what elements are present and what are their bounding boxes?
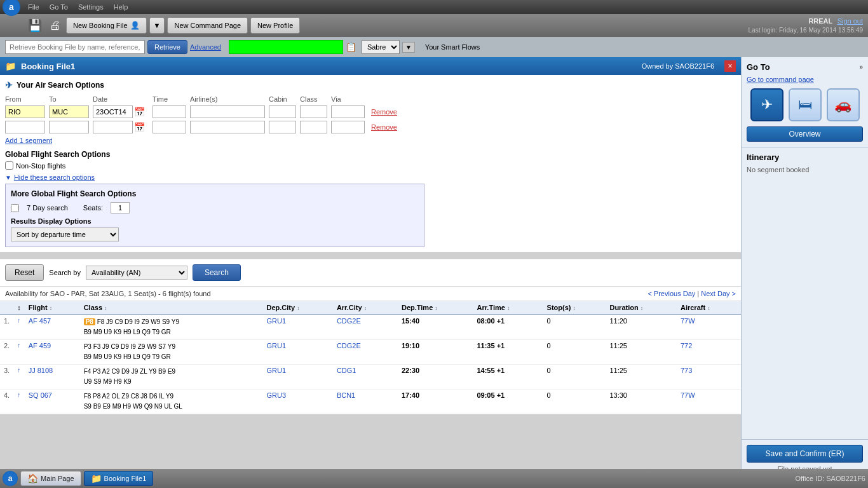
search-by-select[interactable]: Availability (AN) Timetable Direct — [86, 266, 187, 280]
cell-up[interactable]: ↑ — [13, 315, 25, 340]
main-page-button[interactable]: 🏠 Main Page — [20, 471, 81, 486]
hide-options-link[interactable]: ▼ Hide these search options — [5, 173, 736, 181]
via-input-2[interactable] — [331, 121, 365, 133]
advanced-link[interactable]: Advanced — [190, 43, 221, 51]
to-input-2[interactable] — [49, 121, 89, 133]
goto-car-btn[interactable]: 🚗 — [827, 88, 860, 121]
goto-flight-btn[interactable]: ✈ — [750, 88, 783, 121]
search-form-title-text: Your Air Search Options — [17, 81, 104, 90]
cell-arr-city[interactable]: CDG2E — [333, 340, 398, 365]
new-booking-dropdown[interactable]: ▼ — [149, 17, 165, 34]
th-arr-time[interactable]: Arr.Time ↕ — [473, 301, 543, 315]
cell-flight[interactable]: AF 457 — [25, 315, 80, 340]
menu-help[interactable]: Help — [114, 3, 128, 11]
cell-dep-city[interactable]: GRU1 — [262, 340, 332, 365]
cell-arr-city[interactable]: BCN1 — [333, 390, 398, 414]
from-input-1[interactable] — [5, 105, 45, 118]
taskbar-logo[interactable]: a — [3, 471, 18, 486]
th-stops[interactable]: Stop(s) ↕ — [543, 301, 606, 315]
goto-hotel-btn[interactable]: 🛏 — [789, 88, 822, 121]
cell-aircraft[interactable]: 773 — [677, 365, 741, 390]
cell-up[interactable]: ↑ — [13, 390, 25, 414]
time-input-2[interactable] — [153, 121, 186, 133]
menu-goto[interactable]: Go To — [50, 3, 68, 11]
cabin-input-2[interactable] — [269, 121, 296, 133]
airline-input-2[interactable] — [190, 121, 265, 133]
goto-command-link[interactable]: Go to command page — [747, 76, 863, 83]
cell-up[interactable]: ↑ — [13, 340, 25, 365]
time-input-1[interactable] — [153, 105, 186, 118]
add-segment-link[interactable]: Add 1 segment — [5, 137, 52, 144]
th-class[interactable]: Class ↕ — [80, 301, 263, 315]
date-input-2[interactable] — [93, 121, 133, 133]
seats-input[interactable] — [111, 202, 130, 214]
cell-dep-city[interactable]: GRU3 — [262, 390, 332, 414]
itinerary-section: Itinerary No segment booked — [742, 147, 868, 439]
menu-settings[interactable]: Settings — [78, 3, 104, 11]
next-day-link[interactable]: Next Day > — [701, 290, 736, 297]
save-icon[interactable]: 💾 — [25, 17, 44, 34]
class-highlight: P8 — [84, 318, 95, 325]
cell-flight[interactable]: JJ 8108 — [25, 365, 80, 390]
th-dep-city[interactable]: Dep.City ↕ — [262, 301, 332, 315]
class-input-1[interactable] — [300, 105, 327, 118]
sabre-dropdown-icon[interactable]: ▼ — [402, 42, 415, 53]
cell-flight[interactable]: SQ 067 — [25, 390, 80, 414]
booking-close-button[interactable]: × — [724, 60, 736, 72]
calendar-icon-2[interactable]: 📅 — [134, 122, 145, 132]
remove-row-1[interactable]: Remove — [371, 108, 397, 116]
calendar-icon-1[interactable]: 📅 — [134, 107, 145, 117]
cell-aircraft[interactable]: 77W — [677, 315, 741, 340]
retrieve-button[interactable]: Retrieve — [147, 40, 187, 54]
cell-aircraft[interactable]: 77W — [677, 390, 741, 414]
class-input-2[interactable] — [300, 121, 327, 133]
retrieve-input[interactable] — [5, 40, 145, 54]
cell-aircraft[interactable]: 772 — [677, 340, 741, 365]
cabin-input-1[interactable] — [269, 105, 296, 118]
save-confirm-button[interactable]: Save and Confirm (ER) — [747, 445, 863, 463]
sort-select[interactable]: Sort by departure time Sort by arrival t… — [11, 227, 119, 241]
cell-arr-city[interactable]: CDG1 — [333, 365, 398, 390]
th-dep-time[interactable]: Dep.Time ↕ — [398, 301, 473, 315]
goto-expand-icon[interactable]: » — [859, 64, 863, 71]
date-input-1[interactable] — [93, 105, 133, 118]
seven-day-checkbox[interactable] — [11, 204, 19, 212]
print-icon[interactable]: 🖨 — [47, 18, 64, 34]
overview-button[interactable]: Overview — [747, 126, 863, 142]
non-stop-checkbox[interactable] — [5, 161, 13, 170]
flight-icon: ✈ — [761, 97, 773, 113]
th-num — [0, 301, 13, 315]
command-input[interactable]: 123OCTRIOMUC — [229, 40, 343, 54]
cell-dep-time: 17:40 — [398, 390, 473, 414]
cell-dep-city[interactable]: GRU1 — [262, 365, 332, 390]
menu-file[interactable]: File — [28, 3, 39, 11]
app-logo[interactable]: a — [3, 0, 20, 16]
cell-arr-city[interactable]: CDG2E — [333, 315, 398, 340]
to-input-1[interactable] — [49, 105, 89, 118]
th-up[interactable]: ↕ — [13, 301, 25, 315]
via-input-1[interactable] — [331, 105, 365, 118]
airline-input-1[interactable] — [190, 105, 265, 118]
reset-button[interactable]: Reset — [5, 264, 44, 281]
booking-file-button[interactable]: 📁 Booking File1 — [84, 471, 154, 486]
th-duration[interactable]: Duration ↕ — [606, 301, 677, 315]
new-profile-button[interactable]: New Profile — [250, 17, 300, 34]
sign-out-link[interactable]: Sign out — [837, 17, 863, 25]
remove-row-2[interactable]: Remove — [371, 123, 397, 131]
cell-arr-time: 11:35 +1 — [473, 340, 543, 365]
command-page-icon[interactable]: 📋 — [346, 42, 356, 52]
cell-flight[interactable]: AF 459 — [25, 340, 80, 365]
cell-dep-time: 19:10 — [398, 340, 473, 365]
th-arr-city[interactable]: Arr.City ↕ — [333, 301, 398, 315]
cell-class: F8 P8 A2 OL Z9 C8 J8 D6 IL Y9S9 B9 E9 M9… — [80, 390, 263, 414]
new-booking-button[interactable]: New Booking File 👤 — [66, 17, 147, 34]
cell-up[interactable]: ↑ — [13, 365, 25, 390]
cell-dep-city[interactable]: GRU1 — [262, 315, 332, 340]
sabre-select[interactable]: Sabre — [362, 40, 400, 54]
th-flight[interactable]: Flight ↕ — [25, 301, 80, 315]
th-aircraft[interactable]: Aircraft ↕ — [677, 301, 741, 315]
new-command-button[interactable]: New Command Page — [167, 17, 248, 34]
prev-day-link[interactable]: < Previous Day — [648, 290, 695, 297]
from-input-2[interactable] — [5, 121, 45, 133]
search-button[interactable]: Search — [193, 264, 241, 281]
